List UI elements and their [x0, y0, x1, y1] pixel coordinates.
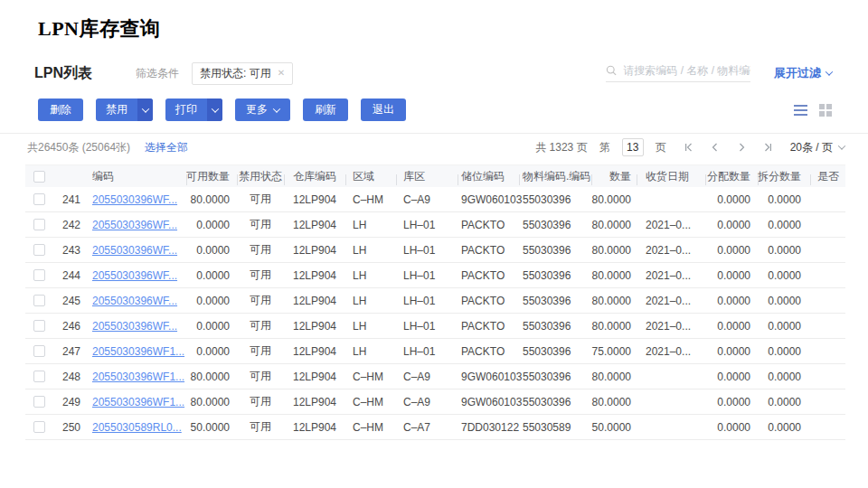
- row-checkbox[interactable]: [33, 345, 45, 357]
- cell-wh: 12LP904: [284, 371, 345, 383]
- page-number-input[interactable]: [622, 138, 644, 156]
- row-checkbox[interactable]: [33, 371, 45, 382]
- cell-no: 244: [52, 269, 85, 282]
- filter-tag[interactable]: 禁用状态: 可用 ✕: [192, 62, 293, 85]
- chevron-down-icon: [838, 142, 845, 149]
- pagination-controls: 共 1323 页 第 页 20条 / 页: [535, 138, 844, 156]
- cell-split: 0.0000: [758, 396, 810, 408]
- lpn-code-link[interactable]: 2055030396WF...: [92, 193, 177, 206]
- lpn-code-link[interactable]: 2055030396WF...: [92, 244, 177, 257]
- cell-zone: LH–01: [396, 269, 458, 282]
- cell-status: 可用: [237, 192, 284, 207]
- cell-wh: 12LP904: [284, 193, 345, 206]
- cell-avail: 50.0000: [186, 421, 237, 434]
- cell-code: 2055030396WF1...: [85, 371, 186, 383]
- cell-status: 可用: [237, 369, 284, 384]
- more-button[interactable]: 更多: [235, 99, 290, 121]
- prev-page-icon[interactable]: [710, 142, 721, 153]
- disable-dropdown-toggle[interactable]: [137, 99, 153, 121]
- row-checkbox[interactable]: [33, 244, 45, 256]
- search-input[interactable]: [623, 64, 750, 77]
- cell-mat: 55030396: [519, 269, 591, 282]
- row-checkbox[interactable]: [33, 219, 45, 230]
- chevron-down-icon: [273, 105, 280, 112]
- close-icon[interactable]: ✕: [278, 69, 285, 78]
- cell-split: 0.0000: [758, 269, 810, 282]
- more-button-label: 更多: [246, 99, 268, 121]
- select-all-checkbox[interactable]: [33, 171, 45, 183]
- cell-area: LH: [345, 269, 396, 282]
- cell-split: 0.0000: [758, 320, 810, 333]
- print-button-label[interactable]: 打印: [165, 99, 207, 121]
- section-bar: LPN列表 筛选条件 禁用状态: 可用 ✕ 展开过滤: [34, 61, 832, 85]
- lpn-code-link[interactable]: 2055030396WF1...: [92, 345, 184, 358]
- cell-split: 0.0000: [758, 345, 810, 358]
- cell-zone: LH–01: [396, 244, 458, 257]
- row-checkbox[interactable]: [33, 269, 45, 281]
- row-checkbox[interactable]: [33, 396, 45, 408]
- lpn-code-link[interactable]: 2055030396WF...: [92, 219, 177, 231]
- expand-filter-link[interactable]: 展开过滤: [774, 65, 832, 81]
- page-title: LPN库存查询: [0, 0, 868, 42]
- cell-wh: 12LP904: [284, 295, 345, 307]
- search-icon: [606, 64, 617, 77]
- cell-split: 0.0000: [758, 244, 810, 257]
- next-page-icon[interactable]: [736, 142, 747, 153]
- lpn-code-link[interactable]: 2055030396WF1...: [92, 396, 184, 408]
- cell-split: 0.0000: [758, 295, 810, 307]
- delete-button[interactable]: 删除: [38, 99, 83, 121]
- cell-mat: 55030396: [519, 320, 591, 333]
- cell-code: 2055030396WF...: [85, 269, 186, 282]
- exit-button[interactable]: 退出: [361, 99, 406, 121]
- disable-button-label[interactable]: 禁用: [96, 99, 137, 121]
- row-checkbox[interactable]: [33, 295, 45, 306]
- cell-zone: C–A7: [396, 421, 458, 434]
- cell-qty: 50.0000: [591, 421, 637, 434]
- lpn-code-link[interactable]: 2055030589RL0...: [92, 421, 182, 434]
- list-view-icon[interactable]: [794, 105, 807, 116]
- row-checkbox[interactable]: [33, 320, 45, 332]
- cell-qty: 80.0000: [591, 244, 637, 257]
- cell-date: 2021–0...: [637, 219, 705, 231]
- lpn-code-link[interactable]: 2055030396WF...: [92, 295, 177, 307]
- select-all-link[interactable]: 选择全部: [145, 140, 188, 155]
- cell-code: 2055030396WF1...: [85, 345, 186, 358]
- print-dropdown-toggle[interactable]: [207, 99, 222, 121]
- cell-area: LH: [345, 345, 396, 358]
- refresh-button[interactable]: 刷新: [303, 99, 348, 121]
- cell-alloc: 0.0000: [705, 371, 758, 383]
- lpn-code-link[interactable]: 2055030396WF...: [92, 320, 177, 333]
- lpn-code-link[interactable]: 2055030396WF1...: [92, 371, 184, 383]
- cell-no: 246: [52, 320, 85, 333]
- cell-bin: 7DD030122: [458, 421, 519, 434]
- last-page-icon[interactable]: [762, 142, 773, 153]
- cell-alloc: 0.0000: [705, 345, 758, 358]
- cell-no: 249: [52, 396, 85, 408]
- page-prefix-label: 第: [599, 140, 610, 155]
- cell-avail: 80.0000: [186, 193, 237, 206]
- row-checkbox[interactable]: [33, 421, 45, 433]
- cell-bin: 9GW060103: [458, 371, 519, 383]
- cell-qty: 80.0000: [591, 396, 637, 408]
- column-header: 分配数量: [705, 169, 758, 184]
- lpn-code-link[interactable]: 2055030396WF...: [92, 269, 177, 282]
- cell-qty: 80.0000: [591, 193, 637, 206]
- cell-split: 0.0000: [758, 421, 810, 434]
- row-checkbox[interactable]: [33, 193, 45, 205]
- first-page-icon[interactable]: [684, 142, 694, 153]
- disable-split-button[interactable]: 禁用: [96, 99, 153, 121]
- cell-zone: C–A9: [396, 396, 458, 408]
- column-header: 编码: [85, 169, 186, 184]
- cell-bin: PACKTO: [458, 345, 519, 358]
- cell-split: 0.0000: [758, 193, 810, 206]
- table-row: 2412055030396WF...80.0000可用12LP904C–HMC–…: [25, 187, 845, 212]
- cell-zone: LH–01: [396, 320, 458, 333]
- cell-mat: 55030396: [519, 244, 591, 257]
- cell-no: 248: [52, 371, 85, 383]
- print-split-button[interactable]: 打印: [165, 99, 222, 121]
- cell-wh: 12LP904: [284, 320, 345, 333]
- cell-status: 可用: [237, 318, 284, 333]
- grid-view-icon[interactable]: [819, 104, 832, 117]
- cell-mat: 55030396: [519, 396, 591, 408]
- page-size-select[interactable]: 20条 / 页: [790, 140, 844, 155]
